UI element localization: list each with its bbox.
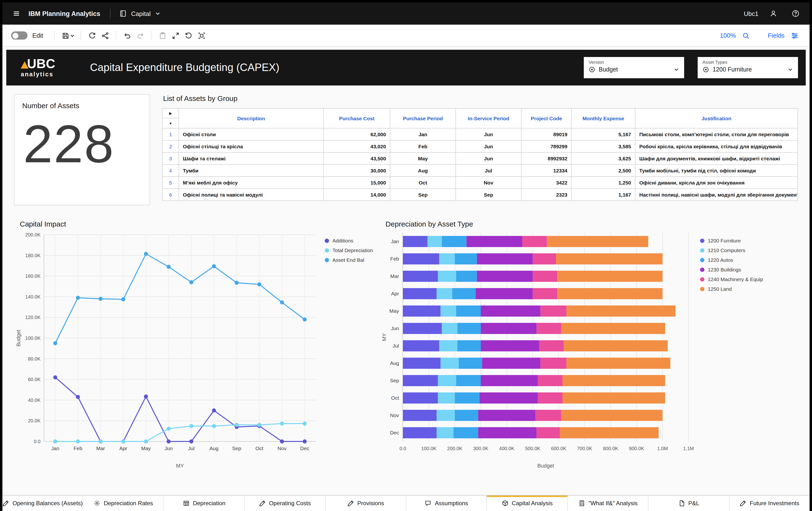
cell-monthly-expense[interactable]: 5,167 — [572, 128, 635, 140]
cell-purchase-period[interactable]: Aug — [390, 164, 456, 177]
cell-justification[interactable]: Шафи для документів, книжкові шафи, відк… — [635, 152, 798, 164]
tab-opening-balances-assets[interactable]: Opening Balances (Assets) — [2, 495, 83, 511]
cell-purchase-period[interactable]: Oct — [390, 177, 456, 189]
cell-purchase-cost[interactable]: 15,000 — [323, 177, 390, 189]
cell-justification[interactable]: Настінні полиці, навісні шафи, модулі дл… — [635, 189, 798, 201]
column-header-justification[interactable]: Justification — [635, 108, 798, 128]
cell-project-code[interactable]: 8992932 — [521, 152, 572, 164]
asset-types-select[interactable]: Asset Types 1200 Furniture — [698, 57, 798, 78]
cell-justification[interactable]: Тумби мобільні, тумби під стіл, офісні к… — [635, 164, 798, 177]
tab-provisions[interactable]: Provisions — [325, 495, 406, 511]
cell-purchase-period[interactable]: Jan — [390, 128, 456, 140]
pencil-icon — [347, 500, 354, 507]
cell-purchase-cost[interactable]: 30,000 — [323, 164, 390, 177]
cell-monthly-expense[interactable]: 1,250 — [572, 177, 635, 189]
share-button[interactable] — [99, 29, 112, 42]
cell-justification[interactable]: Робочі крісла, крісла керівника, стільці… — [635, 140, 798, 152]
cell-purchase-period[interactable]: Feb — [390, 140, 456, 152]
row-number[interactable]: 1 — [162, 128, 179, 140]
toggle-knob — [12, 33, 18, 38]
column-header-purchase-period[interactable]: Purchase Period — [390, 108, 456, 128]
cell-in-service-period[interactable]: Sep — [456, 189, 521, 201]
cell-monthly-expense[interactable]: 2,500 — [572, 164, 635, 177]
cell-description[interactable]: Офісні столи — [179, 128, 323, 140]
svg-text:400.0K: 400.0K — [499, 446, 515, 451]
fields-label[interactable]: Fields — [768, 32, 784, 39]
column-header-in-service-period[interactable]: In-Service Period — [456, 108, 521, 128]
cell-in-service-period[interactable]: Jun — [456, 140, 521, 152]
undo-button[interactable] — [121, 29, 134, 42]
tab-assumptions[interactable]: Assumptions — [406, 495, 487, 511]
row-expand-icon[interactable]: ▶ — [163, 109, 178, 118]
cell-purchase-cost[interactable]: 43,500 — [323, 152, 390, 164]
data-view-button[interactable] — [195, 29, 208, 42]
edit-toggle[interactable] — [11, 31, 28, 39]
row-number[interactable]: 6 — [162, 189, 179, 201]
cell-purchase-period[interactable]: Sep — [390, 189, 456, 201]
zoom-button[interactable] — [740, 29, 752, 42]
row-number[interactable]: 2 — [162, 140, 179, 152]
tab-capital-analysis[interactable]: Capital Analysis — [487, 495, 568, 511]
cell-purchase-cost[interactable]: 62,000 — [323, 128, 390, 140]
help-button[interactable] — [788, 6, 803, 21]
depreciation-by-asset-type-card: Depreciation by Asset Type 0.0100.0K200.… — [380, 220, 763, 470]
clipboard-button[interactable] — [156, 29, 169, 42]
hamburger-menu-button[interactable] — [9, 6, 24, 21]
grid-corner: ▶ ▼ — [162, 108, 179, 128]
expand-icon — [172, 32, 179, 39]
grid-icon — [183, 500, 190, 507]
cell-description[interactable]: Шафи та стелажі — [179, 152, 323, 164]
legend-item: 1240 Machinery & Equip — [700, 276, 763, 282]
svg-text:May: May — [141, 446, 151, 451]
cell-justification[interactable]: Письмові столи, комп’ютерні столи, столи… — [635, 128, 798, 140]
cell-in-service-period[interactable]: Jul — [456, 164, 521, 177]
cell-project-code[interactable]: 12334 — [521, 164, 572, 177]
tab-what-if-analysis[interactable]: "What If&" Analysis — [568, 495, 649, 511]
cell-project-code[interactable]: 3422 — [521, 177, 572, 189]
cell-purchase-period[interactable]: May — [390, 152, 456, 164]
cell-monthly-expense[interactable]: 1,167 — [572, 189, 635, 201]
fit-to-screen-button[interactable] — [169, 29, 182, 42]
cell-monthly-expense[interactable]: 3,585 — [572, 140, 635, 152]
reset-view-button[interactable] — [182, 29, 195, 42]
fields-button[interactable] — [788, 29, 801, 42]
tab-depreciation-rates[interactable]: Depreciation Rates — [83, 495, 164, 511]
svg-text:Aug: Aug — [209, 446, 218, 451]
tab-future-investments[interactable]: Future Investments — [729, 495, 810, 511]
cell-description[interactable]: Офісні стільці та крісла — [179, 140, 323, 152]
share-icon — [101, 32, 109, 39]
cell-project-code[interactable]: 789299 — [521, 140, 572, 152]
book-selector[interactable]: Capital — [119, 10, 161, 18]
tab-operating-costs[interactable]: Operating Costs — [244, 495, 325, 511]
row-number[interactable]: 5 — [162, 177, 179, 189]
cell-description[interactable]: М’які меблі для офісу — [179, 177, 323, 189]
cell-in-service-period[interactable]: Nov — [456, 177, 521, 189]
refresh-button[interactable] — [86, 29, 99, 42]
hamburger-icon — [12, 10, 20, 18]
column-header-monthly-expense[interactable]: Monthly Expense — [572, 108, 635, 128]
cell-justification[interactable]: Офісні дивани, крісла для зон очікування — [635, 177, 798, 189]
redo-button[interactable] — [134, 29, 147, 42]
cell-description[interactable]: Офісні полиці та навісні модулі — [179, 189, 323, 201]
row-number[interactable]: 4 — [162, 164, 179, 177]
tab-p-l[interactable]: P&L — [649, 495, 729, 511]
tab-depreciation[interactable]: Depreciation — [164, 495, 245, 511]
cell-project-code[interactable]: 89019 — [521, 128, 572, 140]
cell-purchase-cost[interactable]: 14,000 — [323, 189, 390, 201]
svg-text:Budget: Budget — [537, 463, 554, 469]
chevron-down-icon — [673, 66, 679, 73]
version-select[interactable]: Version Budget — [584, 57, 684, 78]
cell-project-code[interactable]: 2323 — [521, 189, 572, 201]
cell-description[interactable]: Тумби — [179, 164, 323, 177]
column-header-project-code[interactable]: Project Code — [521, 108, 572, 128]
column-header-purchase-cost[interactable]: Purchase Cost — [323, 108, 390, 128]
column-header-description[interactable]: Description — [179, 108, 323, 128]
column-dropdown-icon[interactable]: ▼ — [163, 118, 178, 128]
row-number[interactable]: 3 — [162, 152, 179, 164]
cell-purchase-cost[interactable]: 43,020 — [323, 140, 390, 152]
cell-in-service-period[interactable]: Jun — [456, 128, 521, 140]
cell-monthly-expense[interactable]: 3,625 — [572, 152, 635, 164]
cell-in-service-period[interactable]: Jun — [456, 152, 521, 164]
user-menu-button[interactable] — [766, 6, 781, 21]
save-options-button[interactable] — [69, 29, 77, 42]
